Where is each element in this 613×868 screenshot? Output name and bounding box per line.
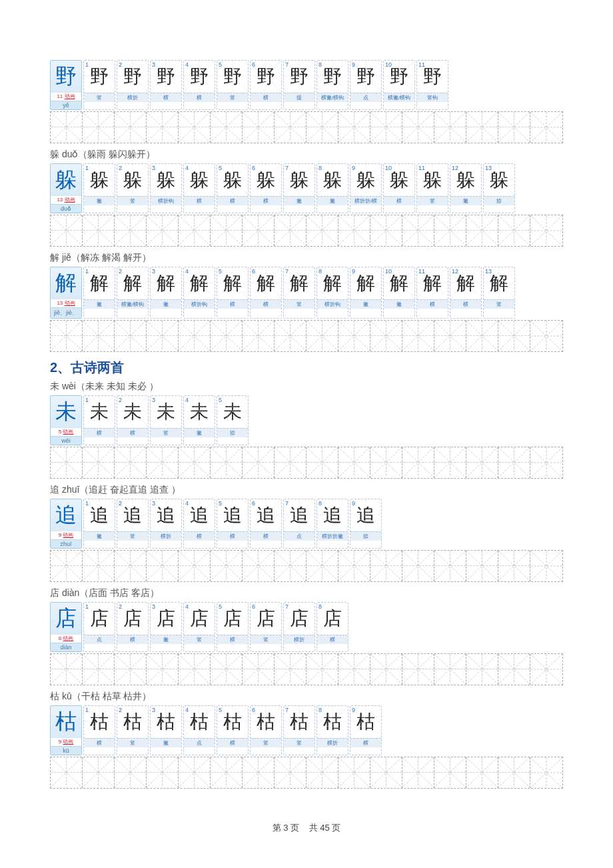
stroke-name: 横折钩 [184, 299, 215, 309]
practice-row [50, 757, 563, 789]
practice-cell [243, 112, 275, 143]
practice-cell [498, 215, 530, 246]
stroke-step: 2躲竖 [117, 163, 149, 213]
stroke-glyph: 店 [323, 606, 342, 631]
animation-link[interactable]: 动画 [63, 532, 73, 538]
section-heading: 2、古诗两首 [50, 359, 563, 377]
stroke-step: 6躲横 [250, 163, 282, 213]
practice-cell [466, 215, 498, 246]
stroke-step: 8追横折折撇 [316, 499, 348, 549]
stroke-name: 横 [151, 93, 181, 102]
practice-cell [179, 321, 211, 351]
animation-link[interactable]: 动画 [65, 197, 75, 203]
stroke-glyph: 枯 [223, 709, 242, 735]
practice-cell [83, 757, 115, 788]
practice-cell [338, 321, 370, 351]
stroke-name: 横撇/横钩 [317, 93, 348, 102]
stroke-name: 横 [450, 299, 481, 309]
practice-cell [147, 654, 179, 685]
practice-cell [211, 551, 243, 581]
practice-cell [306, 551, 338, 581]
practice-cell [211, 757, 243, 788]
stroke-name: 捺 [484, 196, 514, 205]
stroke-glyph: 解 [456, 271, 475, 296]
stroke-glyph: 未 [157, 399, 175, 425]
animation-link[interactable]: 动画 [63, 635, 73, 641]
practice-row [50, 111, 563, 143]
animation-link[interactable]: 动画 [63, 739, 73, 745]
stroke-name: 横 [251, 196, 281, 205]
character-box: 野11 动画yě [50, 60, 82, 110]
stroke-step: 7店横折 [283, 602, 315, 652]
stroke-name: 横 [217, 299, 248, 309]
stroke-step: 5追横 [217, 499, 249, 549]
stroke-name: 点 [84, 635, 115, 644]
practice-cell [434, 447, 466, 478]
stroke-step: 9解撇 [350, 267, 382, 319]
stroke-step: 12躲撇 [450, 163, 482, 213]
stroke-step: 8店横 [316, 602, 348, 652]
stroke-step: 3未竖 [150, 395, 182, 445]
practice-cell [466, 654, 498, 685]
page-total: 共 45 页 [309, 823, 341, 833]
practice-cell [179, 654, 211, 685]
stroke-step: 3躲横折钩 [150, 163, 182, 213]
stroke-step: 2店横 [117, 602, 149, 652]
stroke-name: 横折钩 [151, 196, 181, 205]
stroke-name: 横 [384, 196, 414, 205]
stroke-glyph: 追 [356, 503, 375, 528]
stroke-glyph: 枯 [123, 709, 142, 735]
practice-cell [275, 654, 306, 685]
stroke-glyph: 追 [323, 503, 342, 528]
practice-cell [243, 321, 275, 351]
practice-row [50, 447, 563, 479]
character-glyph: 追 [51, 499, 81, 531]
stroke-count: 13 动画 [51, 299, 81, 307]
entry-header: 未 wèi（未来 未知 未必 ） [50, 381, 563, 393]
practice-cell [115, 447, 147, 478]
stroke-name: 横 [217, 196, 248, 205]
practice-cell [530, 447, 562, 478]
stroke-name: 撇 [284, 196, 314, 205]
page-footer: 第 3 页 共 45 页 [50, 822, 563, 834]
practice-row [50, 320, 563, 352]
practice-cell [51, 654, 83, 685]
practice-cell [275, 757, 306, 788]
animation-link[interactable]: 动画 [63, 429, 73, 435]
stroke-step: 6追横 [250, 499, 282, 549]
stroke-step: 5店横 [217, 602, 249, 652]
practice-cell [243, 447, 275, 478]
stroke-glyph: 野 [356, 64, 375, 89]
practice-cell [530, 112, 562, 143]
stroke-glyph: 枯 [323, 709, 342, 735]
practice-cell [338, 447, 370, 478]
stroke-name: 撇 [184, 428, 215, 437]
animation-link[interactable]: 动画 [65, 93, 75, 99]
practice-cell [147, 757, 179, 788]
practice-row [50, 550, 563, 582]
practice-cell [51, 447, 83, 478]
practice-cell [211, 447, 243, 478]
stroke-name: 撇 [317, 196, 348, 205]
stroke-step: 3店撇 [150, 602, 182, 652]
stroke-name: 撇 [84, 531, 115, 541]
stroke-step: 2解横撇/横钩 [117, 267, 149, 319]
practice-cell [243, 757, 275, 788]
stroke-glyph: 追 [190, 503, 209, 528]
stroke-row: 枯9 动画kū1枯横2枯竖3枯撇4枯点5枯横6枯竖7枯竖8枯横折9枯横 [50, 705, 563, 755]
stroke-glyph: 店 [290, 606, 308, 631]
stroke-glyph: 枯 [157, 709, 175, 735]
stroke-row: 店8 动画diàn1店点2店横3店撇4店竖5店横6店竖7店横折8店横 [50, 602, 563, 652]
stroke-step: 12解横 [450, 267, 482, 319]
animation-link[interactable]: 动画 [65, 300, 75, 306]
practice-cell [51, 551, 83, 581]
stroke-name: 撇 [84, 196, 115, 205]
stroke-step: 4野横 [183, 60, 215, 110]
practice-cell [306, 215, 338, 246]
stroke-step: 10躲横 [383, 163, 415, 213]
practice-cell [275, 321, 306, 351]
stroke-glyph: 未 [190, 399, 209, 425]
stroke-step: 11解横 [416, 267, 448, 319]
practice-cell [530, 215, 562, 246]
practice-cell [434, 321, 466, 351]
